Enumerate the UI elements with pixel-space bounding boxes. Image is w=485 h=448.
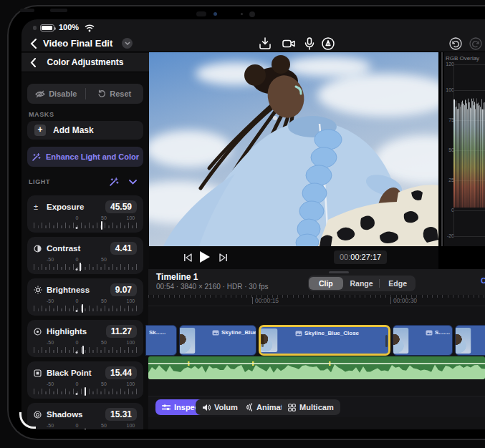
slider-thumb[interactable] <box>85 429 86 429</box>
trim-handle-right[interactable] <box>385 335 388 347</box>
audio-waveform <box>148 356 485 379</box>
slider-thumb[interactable] <box>82 346 84 354</box>
slider-thumb[interactable] <box>85 387 86 396</box>
brightness-value[interactable]: 9.07 <box>110 283 137 296</box>
timeline-section: Timeline 1 00:54 · 3840 × 2160 · HDR · 3… <box>148 269 485 429</box>
timecode-display[interactable]: 00:00:27:17 <box>334 250 387 264</box>
slider-card-highlights: Highlights 11.27 -50 0 50 100 <box>27 320 143 357</box>
volume-line[interactable] <box>148 363 485 364</box>
video-track: Sk...... Skyline_Blue_Wide Skyline_Blue_… <box>148 325 485 356</box>
light-wand-icon[interactable] <box>109 177 119 187</box>
clipped-right-control[interactable]: C <box>481 276 485 285</box>
enhance-label: Enhance Light and Color <box>46 152 139 161</box>
mode-range[interactable]: Range <box>345 277 379 290</box>
black-point-slider[interactable]: -50 0 50 100 <box>34 381 137 397</box>
animate-icon <box>244 403 253 412</box>
multicam-button[interactable]: Multicam <box>282 399 340 415</box>
camera-lens-dot <box>249 11 255 17</box>
timeline-drag-handle[interactable] <box>329 271 349 273</box>
disable-button[interactable]: Disable <box>27 84 85 104</box>
slider-thumb[interactable] <box>101 221 102 230</box>
timeline-ruler[interactable]: 00:00:15 00:00:30 <box>148 295 485 306</box>
plus-icon: + <box>34 125 46 136</box>
previous-frame-icon[interactable] <box>183 253 192 262</box>
photo-icon <box>295 331 302 336</box>
exposure-value[interactable]: 45.59 <box>105 200 137 213</box>
exposure-slider[interactable]: 0 50 100 <box>34 215 137 231</box>
slider-card-brightness: Brightness 9.07 -50 0 50 100 <box>27 278 143 316</box>
viewer-scope-divider[interactable] <box>441 52 443 246</box>
origin-dot <box>76 393 78 395</box>
contrast-slider[interactable]: -50 0 50 <box>34 257 137 273</box>
bottom-toolbar: Inspect Volume Animate <box>148 396 485 417</box>
clip-thumbnail <box>455 328 471 354</box>
clip-skyline-partial-left[interactable]: Sk...... <box>145 325 177 356</box>
brightness-icon <box>34 286 44 294</box>
slider-card-blackpoint: Black Point 15.44 -50 0 50 100 <box>27 361 143 399</box>
scope-waveform <box>453 52 485 246</box>
clip-skyline-blue-wide[interactable]: Skyline_Blue_Wide <box>179 325 256 356</box>
redo-icon[interactable] <box>469 36 483 51</box>
shadows-value[interactable]: 15.31 <box>105 408 137 421</box>
mode-edge[interactable]: Edge <box>380 277 415 290</box>
clip-skyline-blue-close[interactable]: Skyline_Blue_Close <box>259 325 390 356</box>
mic-icon[interactable] <box>302 36 317 51</box>
trim-handle-left[interactable] <box>261 335 264 347</box>
highlights-value[interactable]: 11.27 <box>106 325 137 338</box>
undo-icon[interactable] <box>448 36 463 51</box>
video-preview[interactable] <box>149 52 438 246</box>
add-mask-label: Add Mask <box>53 125 94 135</box>
pencil-icon[interactable] <box>321 36 335 51</box>
battery-icon <box>40 24 54 31</box>
contrast-icon <box>34 245 44 253</box>
status-bar: 100% <box>21 19 485 35</box>
audio-track[interactable] <box>148 356 485 379</box>
black-point-icon <box>34 369 44 377</box>
brightness-slider[interactable]: -50 0 50 100 <box>34 298 137 314</box>
mode-clip[interactable]: Clip <box>309 277 343 290</box>
project-menu-button[interactable] <box>122 38 133 49</box>
clip-skyline-partial-s[interactable]: S....... <box>393 325 453 356</box>
shadows-icon <box>34 411 44 419</box>
timeline-name: Timeline 1 <box>156 272 198 282</box>
project-title[interactable]: Video Final Edit <box>43 38 112 49</box>
timeline-meta: 00:54 · 3840 × 2160 · HDR · 30 fps <box>156 283 268 291</box>
rgb-overlay-scope: RGB Overlay 120 100 75 50 25 0 -20 <box>444 52 485 246</box>
black-point-value[interactable]: 15.44 <box>105 366 137 379</box>
ipad-screen: 100% Video Final Edit <box>21 19 485 429</box>
edit-mode-segmented-control: Clip Range Edge <box>308 276 416 291</box>
tick-strip <box>34 223 137 228</box>
photo-icon <box>426 330 433 336</box>
camera-mic-dot <box>241 13 243 15</box>
masks-heading: MASKS <box>29 111 54 118</box>
clip-partial-right[interactable] <box>455 325 485 356</box>
reset-button[interactable]: Reset <box>86 84 144 104</box>
panel-title: Color Adjustments <box>21 57 149 67</box>
import-icon[interactable] <box>258 36 272 51</box>
collapse-chevron-icon[interactable] <box>129 180 137 185</box>
timeline-header: Timeline 1 00:54 · 3840 × 2160 · HDR · 3… <box>148 269 485 295</box>
tick-strip <box>34 306 137 311</box>
top-toolbar: Video Final Edit <box>21 35 485 52</box>
light-section-header: LIGHT <box>21 175 149 190</box>
transport-bar: 00:00:27:17 <box>149 246 438 269</box>
contrast-value[interactable]: 4.41 <box>110 242 137 255</box>
add-mask-button[interactable]: + Add Mask <box>27 121 143 140</box>
camera-sensor-dot <box>213 12 217 16</box>
segment-divider <box>379 279 380 288</box>
back-chevron-icon[interactable] <box>30 39 37 49</box>
highlights-slider[interactable]: -50 0 50 100 <box>34 340 137 356</box>
wifi-icon <box>85 24 95 32</box>
photo-icon <box>212 330 219 336</box>
origin-dot <box>76 268 78 271</box>
next-frame-icon[interactable] <box>219 253 228 262</box>
origin-dot <box>76 351 78 354</box>
slider-thumb[interactable] <box>80 263 81 271</box>
play-icon[interactable] <box>199 250 211 263</box>
camera-icon[interactable] <box>282 36 296 51</box>
clip-thumbnail <box>393 328 409 354</box>
slider-card-contrast: Contrast 4.41 -50 0 50 <box>27 237 143 274</box>
shadows-slider[interactable]: -50 0 50 100 <box>34 423 137 429</box>
slider-thumb[interactable] <box>82 304 83 313</box>
enhance-button[interactable]: Enhance Light and Color <box>27 147 143 167</box>
